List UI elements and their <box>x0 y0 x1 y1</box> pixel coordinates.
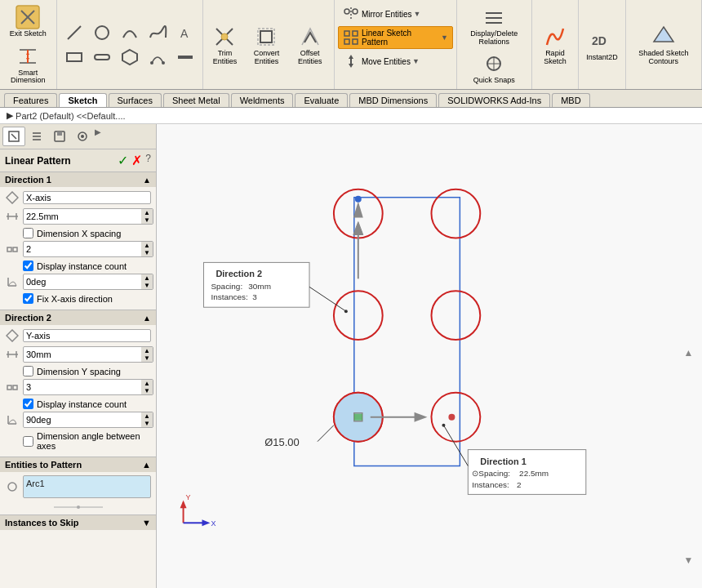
direction1-spacing-input[interactable] <box>24 211 141 222</box>
arc-button[interactable] <box>116 20 144 45</box>
direction1-axis-input[interactable] <box>24 192 150 203</box>
direction1-dim-spacing-check[interactable] <box>23 228 33 238</box>
rapid-sketch-icon <box>542 24 568 50</box>
direction1-spacing-up[interactable]: ▲ <box>141 209 153 216</box>
svg-point-78 <box>448 414 455 421</box>
convert-icon <box>253 24 279 50</box>
tab-mbd-dim[interactable]: MBD Dimensions <box>349 93 437 107</box>
direction2-spacing-input[interactable] <box>24 349 141 360</box>
direction2-spacing-down[interactable]: ▼ <box>141 354 153 362</box>
circle-button[interactable] <box>88 20 116 45</box>
direction1-angle-input[interactable] <box>24 276 141 287</box>
direction2-dim-spacing-check[interactable] <box>23 366 33 376</box>
direction2-spacing-input-wrap: ▲ ▼ <box>23 346 153 363</box>
direction1-spacing-down[interactable]: ▼ <box>141 216 153 224</box>
linear-sketch-button[interactable]: Linear Sketch Pattern ▼ <box>338 26 453 49</box>
lp-help-button[interactable]: ? <box>145 153 151 168</box>
direction1-title: Direction 1 <box>5 175 51 185</box>
tab-mbd[interactable]: MBD <box>552 93 589 107</box>
tab-surfaces[interactable]: Surfaces <box>109 93 162 107</box>
direction2-display-count-label: Display instance count <box>37 399 127 409</box>
direction2-header[interactable]: Direction 2 ▲ <box>0 310 156 325</box>
direction2-toggle: ▲ <box>143 314 151 323</box>
direction2-instances-up[interactable]: ▲ <box>141 380 153 387</box>
direction2-spacing-up[interactable]: ▲ <box>141 347 153 354</box>
smart-dim-button[interactable]: Smart Dimension <box>3 41 53 88</box>
svg-rect-52 <box>13 247 17 252</box>
skip-header[interactable]: Instances to Skip ▼ <box>0 515 156 530</box>
move-entities-button[interactable]: Move Entities ▼ <box>338 51 424 72</box>
svg-rect-57 <box>7 385 11 390</box>
direction1-angle-icon <box>5 274 20 289</box>
spline-button[interactable] <box>144 20 171 45</box>
direction2-dim-angle-check[interactable] <box>23 436 33 447</box>
rapid-sketch-button[interactable]: Rapid Sketch <box>535 21 575 69</box>
panel-icon-list[interactable] <box>25 127 48 146</box>
tab-sketch[interactable]: Sketch <box>59 93 106 107</box>
trim-group: Trim Entities Convert Entities Offset En… <box>207 21 331 69</box>
entities-list-box[interactable]: Arc1 <box>23 475 151 498</box>
direction2-instances-down[interactable]: ▼ <box>141 387 153 394</box>
panel-scroll-right[interactable]: ▶ <box>94 127 102 146</box>
instant2d-button[interactable]: 2D Instant2D <box>582 25 622 65</box>
tabbar: Features Sketch Surfaces Sheet Metal Wel… <box>0 90 702 108</box>
svg-rect-12 <box>95 55 109 60</box>
svg-line-39 <box>11 134 16 139</box>
trim-button[interactable]: Trim Entities <box>207 21 244 69</box>
direction2-angle-input[interactable] <box>24 414 141 425</box>
tab-features[interactable]: Features <box>4 93 57 107</box>
svg-marker-7 <box>26 58 29 61</box>
scroll-up-arrow[interactable]: ▲ <box>683 347 693 359</box>
direction2-display-count-check[interactable] <box>23 399 33 409</box>
polygon-button[interactable] <box>116 45 144 69</box>
slot-button[interactable] <box>88 45 116 69</box>
direction1-instances-down[interactable]: ▼ <box>141 249 153 256</box>
scroll-down-arrow[interactable]: ▼ <box>683 555 693 566</box>
exit-sketch-button[interactable]: Exit Sketch <box>6 2 51 41</box>
direction1-instances-input[interactable] <box>24 243 141 255</box>
tab-sw-addins[interactable]: SOLIDWORKS Add-Ins <box>438 93 550 107</box>
mirror-button[interactable]: Mirror Entities ▼ <box>338 3 426 24</box>
direction1-angle-down[interactable]: ▼ <box>141 282 153 289</box>
lp-cancel-button[interactable]: ✗ <box>131 153 142 168</box>
tab-evaluate[interactable]: Evaluate <box>295 93 348 107</box>
line-button[interactable] <box>60 20 88 45</box>
offset-button[interactable]: Offset Entities <box>289 21 330 69</box>
entities-section: Entities to Pattern ▲ Arc1 <box>0 457 156 515</box>
panel-icon-feature[interactable] <box>2 127 25 146</box>
tab-weldments[interactable]: Weldments <box>231 93 294 107</box>
direction1-header[interactable]: Direction 1 ▲ <box>0 172 156 187</box>
direction1-instances-spin: ▲ ▼ <box>141 242 153 256</box>
trim-section: Trim Entities Convert Entities Offset En… <box>203 0 335 89</box>
breadcrumb-text: Part2 (Default) <<Default.... <box>16 111 126 121</box>
main: ▶ Linear Pattern ✓ ✗ ? Direction 1 ▲ <box>0 124 702 588</box>
direction2-axis-input[interactable] <box>24 330 150 341</box>
tab-sheet-metal[interactable]: Sheet Metal <box>163 93 229 107</box>
direction1-fix-dir-check[interactable] <box>23 293 33 304</box>
trim-label: Trim Entities <box>211 50 240 66</box>
direction1-angle-up[interactable]: ▲ <box>141 274 153 282</box>
panel-icon-target[interactable] <box>71 127 94 146</box>
direction2-angle-up[interactable]: ▲ <box>141 412 153 420</box>
linear-sketch-label: Linear Sketch Pattern <box>362 29 439 47</box>
arc2-button[interactable] <box>144 45 171 69</box>
skip-toggle: ▼ <box>142 518 151 528</box>
panel-icon-save[interactable] <box>48 127 71 146</box>
direction1-display-count-check[interactable] <box>23 261 33 271</box>
entities-header[interactable]: Entities to Pattern ▲ <box>0 457 156 472</box>
shaded-sketch-button[interactable]: Shaded Sketch Contours <box>629 21 698 69</box>
shaded-sketch-icon <box>651 24 677 50</box>
direction2-instances-input[interactable] <box>24 381 141 393</box>
lp-ok-button[interactable]: ✓ <box>118 153 128 168</box>
text-button[interactable]: A <box>171 20 199 45</box>
direction2-angle-down[interactable]: ▼ <box>141 420 153 427</box>
quick-snaps-button[interactable]: Quick Snaps <box>469 48 519 87</box>
display-delete-button[interactable]: Display/Delete Relations <box>460 2 528 49</box>
direction1-instances-up[interactable]: ▲ <box>141 242 153 249</box>
point-button[interactable] <box>171 45 199 69</box>
svg-point-23 <box>344 9 349 14</box>
convert-button[interactable]: Convert Entities <box>243 21 289 69</box>
rect-button[interactable] <box>60 45 88 69</box>
dir1-instances-label-text: Instances: <box>472 480 509 489</box>
direction1-instances-icon <box>5 242 20 256</box>
